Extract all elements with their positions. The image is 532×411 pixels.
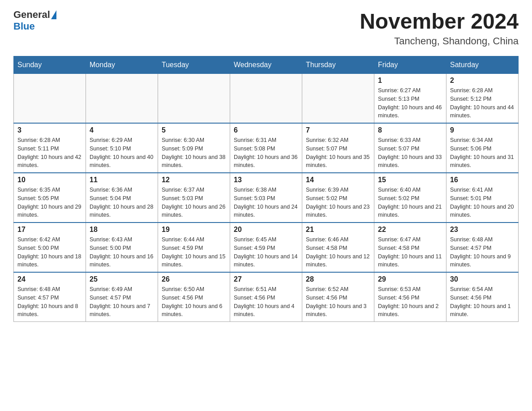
calendar-day-cell: 7Sunrise: 6:32 AM Sunset: 5:07 PM Daylig…: [302, 123, 374, 173]
day-number: 9: [450, 126, 515, 134]
day-number: 11: [90, 176, 154, 184]
day-number: 3: [17, 126, 82, 134]
day-info: Sunrise: 6:43 AM Sunset: 5:00 PM Dayligh…: [90, 235, 154, 269]
calendar-day-cell: 17Sunrise: 6:42 AM Sunset: 5:00 PM Dayli…: [14, 223, 86, 272]
calendar-day-cell: 28Sunrise: 6:52 AM Sunset: 4:56 PM Dayli…: [302, 272, 374, 322]
day-info: Sunrise: 6:46 AM Sunset: 4:58 PM Dayligh…: [306, 235, 370, 269]
day-info: Sunrise: 6:49 AM Sunset: 4:57 PM Dayligh…: [90, 285, 154, 319]
day-info: Sunrise: 6:30 AM Sunset: 5:09 PM Dayligh…: [162, 136, 226, 170]
calendar-day-cell: [302, 74, 374, 124]
calendar-day-cell: 30Sunrise: 6:54 AM Sunset: 4:56 PM Dayli…: [446, 272, 519, 322]
calendar-day-cell: 8Sunrise: 6:33 AM Sunset: 5:07 PM Daylig…: [374, 123, 446, 173]
day-number: 21: [306, 226, 370, 234]
calendar-day-cell: 27Sunrise: 6:51 AM Sunset: 4:56 PM Dayli…: [230, 272, 302, 322]
day-info: Sunrise: 6:38 AM Sunset: 5:03 PM Dayligh…: [234, 186, 298, 219]
day-info: Sunrise: 6:39 AM Sunset: 5:02 PM Dayligh…: [306, 186, 370, 219]
calendar-day-cell: 20Sunrise: 6:45 AM Sunset: 4:59 PM Dayli…: [230, 223, 302, 272]
day-info: Sunrise: 6:36 AM Sunset: 5:04 PM Dayligh…: [90, 186, 154, 219]
calendar-week-row: 1Sunrise: 6:27 AM Sunset: 5:13 PM Daylig…: [14, 74, 519, 124]
day-number: 13: [234, 176, 298, 184]
day-number: 2: [450, 77, 515, 85]
logo-general-text: General: [13, 9, 50, 21]
day-number: 7: [306, 126, 370, 134]
calendar-day-cell: 1Sunrise: 6:27 AM Sunset: 5:13 PM Daylig…: [374, 74, 446, 124]
day-info: Sunrise: 6:28 AM Sunset: 5:12 PM Dayligh…: [450, 86, 515, 120]
calendar-week-row: 24Sunrise: 6:48 AM Sunset: 4:57 PM Dayli…: [14, 272, 519, 322]
day-number: 4: [90, 126, 154, 134]
day-info: Sunrise: 6:51 AM Sunset: 4:56 PM Dayligh…: [234, 285, 298, 319]
day-number: 25: [90, 275, 154, 283]
calendar-day-cell: 19Sunrise: 6:44 AM Sunset: 4:59 PM Dayli…: [158, 223, 230, 272]
weekday-header-row: SundayMondayTuesdayWednesdayThursdayFrid…: [14, 56, 519, 74]
calendar-day-cell: 21Sunrise: 6:46 AM Sunset: 4:58 PM Dayli…: [302, 223, 374, 272]
day-info: Sunrise: 6:29 AM Sunset: 5:10 PM Dayligh…: [90, 136, 154, 170]
day-info: Sunrise: 6:27 AM Sunset: 5:13 PM Dayligh…: [378, 86, 442, 120]
day-info: Sunrise: 6:44 AM Sunset: 4:59 PM Dayligh…: [162, 235, 226, 269]
page-header: General Blue November 2024 Tancheng, Sha…: [13, 9, 519, 47]
day-info: Sunrise: 6:42 AM Sunset: 5:00 PM Dayligh…: [17, 235, 82, 269]
day-info: Sunrise: 6:31 AM Sunset: 5:08 PM Dayligh…: [234, 136, 298, 170]
calendar-day-cell: 4Sunrise: 6:29 AM Sunset: 5:10 PM Daylig…: [86, 123, 158, 173]
logo: General Blue: [13, 9, 57, 32]
day-info: Sunrise: 6:35 AM Sunset: 5:05 PM Dayligh…: [17, 186, 82, 219]
day-info: Sunrise: 6:52 AM Sunset: 4:56 PM Dayligh…: [306, 285, 370, 319]
calendar-day-cell: 15Sunrise: 6:40 AM Sunset: 5:02 PM Dayli…: [374, 173, 446, 223]
weekday-header-tuesday: Tuesday: [158, 56, 230, 74]
day-number: 16: [450, 176, 515, 184]
month-title: November 2024: [360, 9, 519, 34]
calendar-day-cell: 26Sunrise: 6:50 AM Sunset: 4:56 PM Dayli…: [158, 272, 230, 322]
day-number: 14: [306, 176, 370, 184]
calendar-week-row: 3Sunrise: 6:28 AM Sunset: 5:11 PM Daylig…: [14, 123, 519, 173]
day-info: Sunrise: 6:32 AM Sunset: 5:07 PM Dayligh…: [306, 136, 370, 170]
day-number: 5: [162, 126, 226, 134]
day-number: 27: [234, 275, 298, 283]
day-info: Sunrise: 6:28 AM Sunset: 5:11 PM Dayligh…: [17, 136, 82, 170]
calendar-table: SundayMondayTuesdayWednesdayThursdayFrid…: [13, 56, 519, 322]
day-info: Sunrise: 6:37 AM Sunset: 5:03 PM Dayligh…: [162, 186, 226, 219]
calendar-week-row: 17Sunrise: 6:42 AM Sunset: 5:00 PM Dayli…: [14, 223, 519, 272]
calendar-day-cell: 9Sunrise: 6:34 AM Sunset: 5:06 PM Daylig…: [446, 123, 519, 173]
day-info: Sunrise: 6:33 AM Sunset: 5:07 PM Dayligh…: [378, 136, 442, 170]
day-number: 23: [450, 226, 515, 234]
calendar-day-cell: 10Sunrise: 6:35 AM Sunset: 5:05 PM Dayli…: [14, 173, 86, 223]
calendar-day-cell: [230, 74, 302, 124]
day-number: 26: [162, 275, 226, 283]
calendar-day-cell: [86, 74, 158, 124]
weekday-header-wednesday: Wednesday: [230, 56, 302, 74]
day-number: 1: [378, 77, 442, 85]
logo-blue-text: Blue: [13, 21, 35, 32]
day-info: Sunrise: 6:41 AM Sunset: 5:01 PM Dayligh…: [450, 186, 515, 219]
weekday-header-monday: Monday: [86, 56, 158, 74]
calendar-day-cell: 16Sunrise: 6:41 AM Sunset: 5:01 PM Dayli…: [446, 173, 519, 223]
day-info: Sunrise: 6:53 AM Sunset: 4:56 PM Dayligh…: [378, 285, 442, 319]
weekday-header-saturday: Saturday: [446, 56, 519, 74]
day-number: 29: [378, 275, 442, 283]
day-info: Sunrise: 6:34 AM Sunset: 5:06 PM Dayligh…: [450, 136, 515, 170]
day-number: 22: [378, 226, 442, 234]
calendar-day-cell: 14Sunrise: 6:39 AM Sunset: 5:02 PM Dayli…: [302, 173, 374, 223]
calendar-day-cell: [158, 74, 230, 124]
calendar-day-cell: 24Sunrise: 6:48 AM Sunset: 4:57 PM Dayli…: [14, 272, 86, 322]
weekday-header-friday: Friday: [374, 56, 446, 74]
day-info: Sunrise: 6:54 AM Sunset: 4:56 PM Dayligh…: [450, 285, 515, 319]
day-info: Sunrise: 6:50 AM Sunset: 4:56 PM Dayligh…: [162, 285, 226, 319]
day-info: Sunrise: 6:48 AM Sunset: 4:57 PM Dayligh…: [450, 235, 515, 269]
day-number: 12: [162, 176, 226, 184]
calendar-day-cell: 29Sunrise: 6:53 AM Sunset: 4:56 PM Dayli…: [374, 272, 446, 322]
calendar-day-cell: 3Sunrise: 6:28 AM Sunset: 5:11 PM Daylig…: [14, 123, 86, 173]
calendar-day-cell: 23Sunrise: 6:48 AM Sunset: 4:57 PM Dayli…: [446, 223, 519, 272]
logo-triangle-icon: [51, 10, 56, 19]
calendar-day-cell: 18Sunrise: 6:43 AM Sunset: 5:00 PM Dayli…: [86, 223, 158, 272]
day-number: 8: [378, 126, 442, 134]
calendar-day-cell: 22Sunrise: 6:47 AM Sunset: 4:58 PM Dayli…: [374, 223, 446, 272]
day-number: 24: [17, 275, 82, 283]
weekday-header-sunday: Sunday: [14, 56, 86, 74]
day-number: 20: [234, 226, 298, 234]
day-number: 6: [234, 126, 298, 134]
day-number: 18: [90, 226, 154, 234]
weekday-header-thursday: Thursday: [302, 56, 374, 74]
day-number: 28: [306, 275, 370, 283]
title-block: November 2024 Tancheng, Shandong, China: [360, 9, 519, 47]
day-number: 10: [17, 176, 82, 184]
day-number: 30: [450, 275, 515, 283]
